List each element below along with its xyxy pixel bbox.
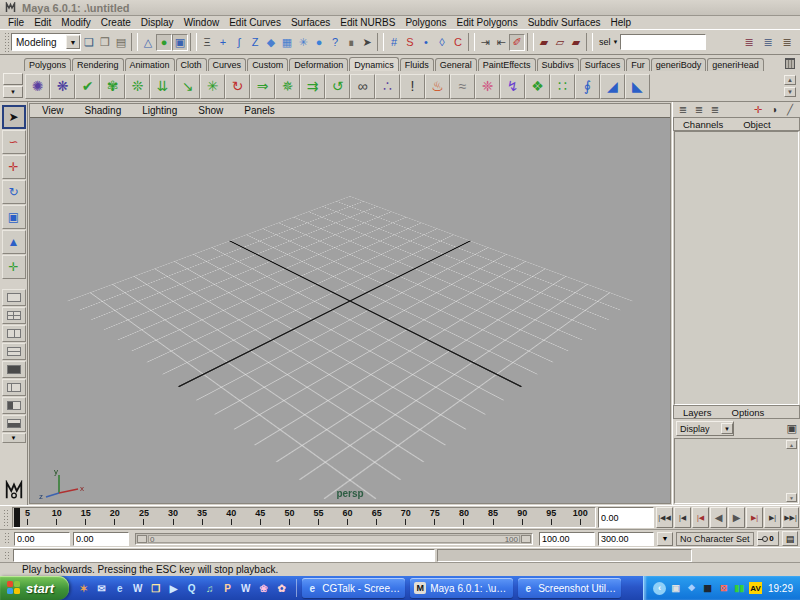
channel-layout-3-button[interactable]: ≣ — [708, 103, 722, 116]
rigid-body-icon[interactable]: ! — [400, 74, 425, 99]
range-slider-grip[interactable] — [4, 532, 9, 545]
trash-icon[interactable] — [785, 58, 795, 69]
channel-box-menu-item[interactable]: Channels — [678, 119, 728, 130]
gravity-field-icon[interactable]: ⇊ — [150, 74, 175, 99]
emit-from-object-icon[interactable]: ❊ — [125, 74, 150, 99]
playback-end-field[interactable] — [539, 532, 595, 546]
ql-itunes-icon[interactable]: ♫ — [202, 581, 217, 596]
select-by-hierarchy-icon[interactable]: △ — [140, 34, 156, 51]
snap-to-plane-icon[interactable]: ◊ — [434, 34, 450, 51]
current-time-field[interactable] — [598, 507, 654, 528]
pond-effect-icon[interactable]: ◣ — [625, 74, 650, 99]
command-line-grip[interactable] — [4, 551, 9, 559]
tray-equalizer-icon[interactable]: ▮▮ — [733, 582, 746, 595]
shelf-scroll-up-icon[interactable]: ▲ — [784, 75, 796, 85]
title-bar[interactable]: Maya 6.0.1: .\untitled — [0, 0, 800, 16]
menu-item[interactable]: File — [3, 17, 29, 28]
range-slider-track[interactable]: 0 100 — [135, 533, 533, 545]
auto-keyframe-button[interactable]: 0 — [757, 531, 779, 546]
mask-polygons-icon[interactable]: ◆ — [263, 34, 279, 51]
shelf-menu-arrow[interactable]: ▼ — [3, 86, 23, 98]
construction-history-icon[interactable]: ✐ — [509, 34, 525, 51]
surface-flow-effect-icon[interactable]: ◢ — [600, 74, 625, 99]
menu-item[interactable]: Modify — [56, 17, 95, 28]
shatter-effect-icon[interactable]: ❖ — [525, 74, 550, 99]
start-button[interactable]: start — [0, 576, 69, 600]
chevron-down-icon[interactable]: ▼ — [613, 39, 619, 45]
shelf-tab[interactable]: Animation — [125, 58, 175, 71]
move-tool[interactable]: ✛ — [2, 155, 26, 179]
create-particles-icon[interactable]: ❋ — [50, 74, 75, 99]
shelf-scroll-down-icon[interactable]: ▼ — [784, 87, 796, 97]
taskbar-clock[interactable]: 19:29 — [768, 583, 793, 594]
panel-menu-item[interactable]: View — [37, 105, 69, 116]
render-swatch-icon[interactable]: ◑ — [767, 103, 781, 116]
current-time-cursor[interactable] — [14, 508, 20, 527]
animation-end-field[interactable] — [598, 532, 654, 546]
panel-menu-item[interactable]: Panels — [239, 105, 280, 116]
output-connections-icon[interactable]: ⇤ — [493, 34, 509, 51]
drag-field-icon[interactable]: ⇉ — [300, 74, 325, 99]
layer-list[interactable]: ▲ ▼ — [674, 438, 799, 504]
soft-mod-tool[interactable]: ▲ — [2, 230, 26, 254]
menu-item[interactable]: Edit — [29, 17, 56, 28]
ql-quicktime-icon[interactable]: Q — [184, 581, 199, 596]
scroll-down-icon[interactable]: ▼ — [786, 493, 797, 502]
make-live-icon[interactable]: C — [450, 34, 466, 51]
lock-selection-icon[interactable]: ∎ — [343, 34, 359, 51]
separator[interactable] — [586, 33, 593, 51]
ql-color-icon[interactable]: ✿ — [274, 581, 289, 596]
curve-flow-effect-icon[interactable]: ∮ — [575, 74, 600, 99]
ql-outlook-icon[interactable]: ✉ — [94, 581, 109, 596]
shelf-tab[interactable]: Cloth — [176, 58, 207, 71]
menu-item[interactable]: Subdiv Surfaces — [523, 17, 606, 28]
input-connections-icon[interactable]: ⇥ — [477, 34, 493, 51]
ipr-render-icon[interactable]: ▱ — [552, 34, 568, 51]
render-globals-icon[interactable]: ▰ — [568, 34, 584, 51]
render-current-frame-icon[interactable]: ▰ — [536, 34, 552, 51]
taskbar-task-cgtalk[interactable]: e CGTalk - Screencaps ... — [302, 578, 405, 598]
menu-item[interactable]: Display — [136, 17, 179, 28]
scale-tool[interactable]: ▣ — [2, 205, 26, 229]
mask-points-icon[interactable]: + — [215, 34, 231, 51]
snap-to-curve-icon[interactable]: S — [402, 34, 418, 51]
shelf-tab[interactable]: Curves — [208, 58, 247, 71]
menu-item[interactable]: Window — [179, 17, 225, 28]
turbulence-field-icon[interactable]: ↻ — [225, 74, 250, 99]
channel-layout-2-button[interactable]: ≣ — [692, 103, 706, 116]
layout-hypershade-button[interactable] — [2, 361, 26, 378]
layout-single-pane-button[interactable] — [2, 289, 26, 306]
animation-preferences-button[interactable]: ▤ — [782, 531, 798, 546]
hilite-mask-icon[interactable]: Ξ — [199, 34, 215, 51]
shelf-tab[interactable]: Fur — [626, 58, 650, 71]
lasso-select-tool[interactable]: ∽ — [2, 130, 26, 154]
layout-two-stacked-button[interactable] — [2, 343, 26, 360]
shelf-tab[interactable]: General — [435, 58, 477, 71]
channel-box-menu-item[interactable]: Object — [738, 119, 775, 130]
layout-graph-persp-button[interactable] — [2, 397, 26, 414]
menu-set-dropdown[interactable]: Modeling ▼ — [11, 33, 81, 51]
separator[interactable] — [468, 33, 475, 51]
tray-chevron-icon[interactable]: ‹ — [653, 582, 666, 595]
taskbar-task-maya[interactable]: M Maya 6.0.1: .\untitled — [410, 578, 513, 598]
shelf-tab[interactable]: Surfaces — [580, 58, 626, 71]
ql-getright-icon[interactable]: ✶ — [76, 581, 91, 596]
mask-rendering-icon[interactable]: ● — [311, 34, 327, 51]
pick-mode-icon[interactable]: ╱ — [783, 103, 797, 116]
layer-menu-item[interactable]: Options — [727, 407, 770, 418]
ql-messenger-icon[interactable]: ❀ — [256, 581, 271, 596]
uniform-field-icon[interactable]: ⇒ — [250, 74, 275, 99]
ql-ie-icon[interactable]: e — [112, 581, 127, 596]
mask-deformers-icon[interactable]: ▦ — [279, 34, 295, 51]
menu-item[interactable]: Edit NURBS — [335, 17, 400, 28]
sel-dropdown[interactable]: sel — [599, 37, 611, 47]
shelf-tab[interactable]: Custom — [247, 58, 288, 71]
shelf-tab[interactable]: Dynamics — [349, 57, 399, 71]
ql-word2-icon[interactable]: W — [238, 581, 253, 596]
select-by-component-icon[interactable]: ▣ — [172, 34, 188, 51]
layer-display-dropdown[interactable]: Display ▼ — [676, 421, 734, 436]
go-to-start-button[interactable]: |◀◀ — [656, 507, 673, 528]
step-back-frame-button[interactable]: |◀ — [674, 507, 691, 528]
layout-two-side-button[interactable] — [2, 325, 26, 342]
ql-media-player-icon[interactable]: ▶ — [166, 581, 181, 596]
